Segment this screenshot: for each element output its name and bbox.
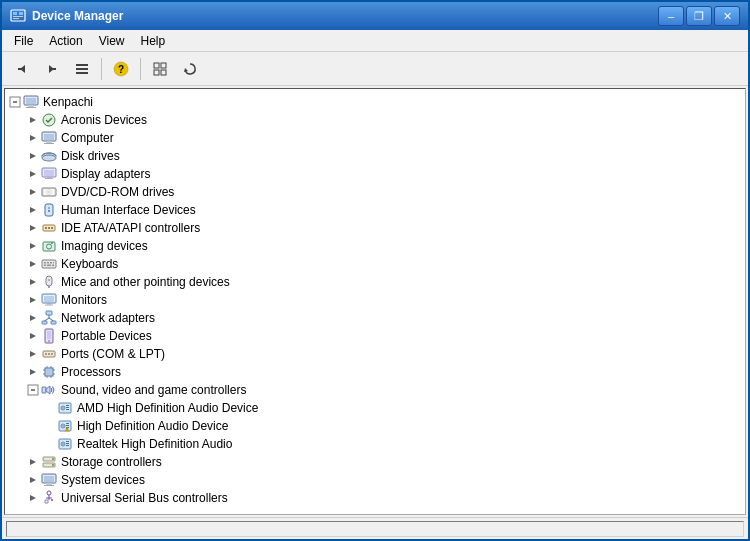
svg-rect-3 [13,16,23,17]
tree-label: Monitors [61,293,107,307]
svg-rect-54 [48,227,50,229]
svg-rect-8 [53,68,56,70]
svg-rect-15 [161,63,166,68]
tree-item-monitors[interactable]: Monitors [5,291,745,309]
tree-item-imaging[interactable]: Imaging devices [5,237,745,255]
svg-line-83 [45,318,50,321]
svg-rect-72 [48,286,50,288]
close-button[interactable]: ✕ [714,6,740,26]
svg-rect-136 [44,476,54,482]
tree-item-ide[interactable]: IDE ATA/ATAPI controllers [5,219,745,237]
svg-rect-127 [66,443,69,444]
svg-rect-112 [66,405,69,406]
menu-view[interactable]: View [91,30,133,51]
tree-view[interactable]: Kenpachi Acronis Devices [5,89,745,514]
window-icon [10,8,26,24]
tree-item-disk[interactable]: Disk drives [5,147,745,165]
svg-rect-63 [47,262,49,264]
refresh-button[interactable] [176,56,204,82]
keyboard-icon [41,256,57,272]
mouse-icon [41,274,57,290]
computer-icon [23,94,39,110]
tree-label: Ports (COM & LPT) [61,347,165,361]
menu-file[interactable]: File [6,30,41,51]
portable-icon [41,328,57,344]
svg-rect-67 [52,265,54,267]
refresh-icon [182,61,198,77]
leaf-icon [41,418,57,434]
window-title: Device Manager [32,9,658,23]
tree-item-system[interactable]: System devices [5,471,745,489]
svg-rect-40 [47,177,51,178]
expand-icon [25,256,41,272]
back-button[interactable] [8,56,36,82]
svg-marker-56 [30,243,36,249]
tree-item-network[interactable]: Network adapters [5,309,745,327]
svg-rect-14 [154,63,159,68]
svg-line-84 [49,318,54,321]
forward-button[interactable] [38,56,66,82]
svg-rect-31 [44,143,54,144]
tree-label: Processors [61,365,121,379]
svg-point-91 [45,353,47,355]
help-button[interactable]: ? [107,56,135,82]
help-icon: ? [113,61,129,77]
tree-item-acronis[interactable]: Acronis Devices [5,111,745,129]
tree-label: Universal Serial Bus controllers [61,491,228,505]
title-bar: Device Manager – ❐ ✕ [2,2,748,30]
svg-rect-41 [45,178,53,179]
tree-label: Mice and other pointing devices [61,275,230,289]
svg-rect-61 [42,260,56,268]
tree-item-computer[interactable]: Computer [5,129,745,147]
menu-help[interactable]: Help [133,30,174,51]
disk-icon [41,148,57,164]
tree-label: System devices [61,473,145,487]
collapse-icon [25,112,41,128]
tree-label: Storage controllers [61,455,162,469]
tree-item-dvd[interactable]: DVD/CD-ROM drives [5,183,745,201]
svg-rect-79 [46,311,52,315]
svg-rect-75 [44,296,54,302]
collapse-icon [25,382,41,398]
tree-item-mice[interactable]: Mice and other pointing devices [5,273,745,291]
svg-marker-108 [46,386,50,394]
view-button[interactable] [146,56,174,82]
show-hide-icon [74,61,90,77]
leaf-icon [41,436,57,452]
ports-icon [41,346,57,362]
tree-item-display[interactable]: Display adapters [5,165,745,183]
svg-marker-47 [30,207,36,213]
tree-item-sound[interactable]: Sound, video and game controllers [5,381,745,399]
tree-item-realtek[interactable]: Realtek High Definition Audio [5,435,745,453]
storage-icon [41,454,57,470]
svg-rect-138 [44,485,54,486]
svg-point-117 [62,425,64,427]
tree-root[interactable]: Kenpachi [5,93,745,111]
tree-item-usb[interactable]: Universal Serial Bus controllers [5,489,745,507]
svg-marker-69 [30,279,36,285]
tree-item-portable[interactable]: Portable Devices [5,327,745,345]
expand-icon [25,472,41,488]
tree-item-hd-audio[interactable]: ! High Definition Audio Device [5,417,745,435]
tree-item-processors[interactable]: Processors [5,363,745,381]
tree-label: Disk drives [61,149,120,163]
tree-item-keyboards[interactable]: Keyboards [5,255,745,273]
tree-label: Portable Devices [61,329,152,343]
svg-marker-32 [30,153,36,159]
svg-marker-18 [184,68,188,72]
svg-rect-65 [44,265,46,267]
tree-item-amd-audio[interactable]: AMD High Definition Audio Device [5,399,745,417]
tree-item-hid[interactable]: Human Interface Devices [5,201,745,219]
show-hide-button[interactable] [68,56,96,82]
svg-marker-51 [30,225,36,231]
svg-text:!: ! [67,428,68,432]
menu-action[interactable]: Action [41,30,90,51]
minimize-button[interactable]: – [658,6,684,26]
restore-button[interactable]: ❐ [686,6,712,26]
tree-item-ports[interactable]: Ports (COM & LPT) [5,345,745,363]
svg-rect-66 [47,265,51,267]
tree-item-storage[interactable]: Storage controllers [5,453,745,471]
svg-marker-94 [30,369,36,375]
dvd-icon [41,184,57,200]
expand-icon [25,238,41,254]
